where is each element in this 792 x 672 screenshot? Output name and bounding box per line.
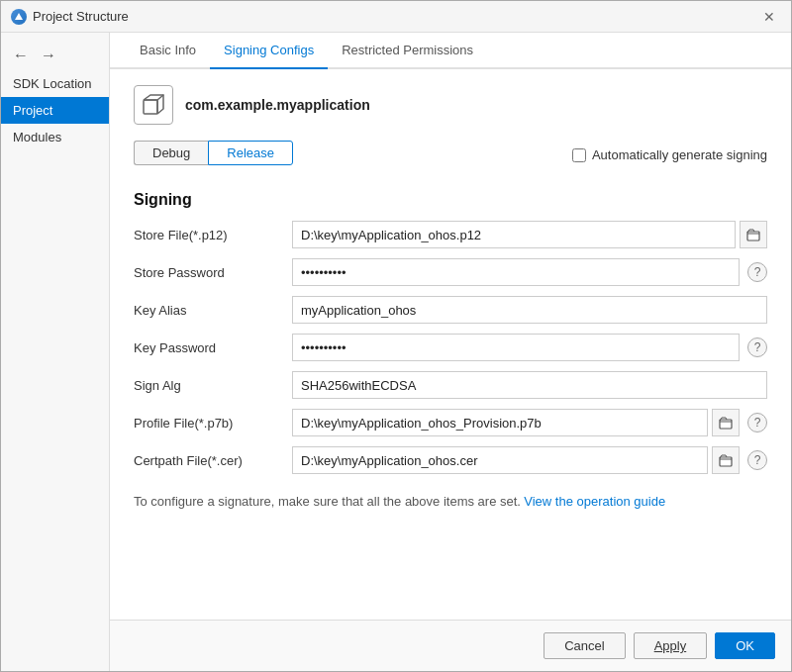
tab-signing-configs[interactable]: Signing Configs	[210, 33, 328, 69]
apply-button[interactable]: Apply	[634, 632, 708, 659]
certpath-file-input[interactable]	[292, 446, 708, 474]
key-password-input[interactable]	[292, 334, 740, 361]
dialog-title: Project Structure	[33, 9, 129, 24]
back-button[interactable]: ←	[9, 45, 33, 66]
app-icon	[11, 9, 27, 25]
folder-icon	[746, 228, 760, 241]
store-file-wrap	[292, 221, 767, 248]
auto-sign-checkbox[interactable]	[572, 148, 586, 162]
signing-section: Signing Store File(*.p12)	[134, 191, 767, 474]
folder-icon	[719, 416, 733, 430]
store-file-input[interactable]	[292, 221, 736, 248]
auto-sign-label: Automatically generate signing	[592, 147, 767, 162]
sidebar-item-project[interactable]: Project	[1, 97, 109, 124]
sidebar-item-sdk-location[interactable]: SDK Location	[1, 70, 109, 97]
sign-alg-input[interactable]	[292, 371, 767, 399]
store-file-folder-button[interactable]	[740, 221, 767, 248]
label-key-password: Key Password	[134, 340, 292, 355]
tab-basic-info[interactable]: Basic Info	[126, 33, 210, 69]
key-alias-wrap	[292, 296, 767, 324]
form-row-profile-file: Profile File(*.p7b) ?	[134, 409, 767, 436]
label-certpath-file: Certpath File(*.cer)	[134, 453, 292, 468]
footer: Cancel Apply OK	[110, 620, 791, 671]
profile-file-help-button[interactable]: ?	[747, 413, 767, 432]
form-row-key-password: Key Password ?	[134, 334, 767, 361]
signing-title: Signing	[134, 191, 767, 209]
debug-release-bar: Debug Release	[134, 141, 293, 165]
release-button[interactable]: Release	[208, 141, 293, 165]
title-bar-left: Project Structure	[11, 9, 129, 25]
sidebar: ← → SDK Location Project Modules	[1, 33, 110, 671]
profile-file-input[interactable]	[292, 409, 708, 436]
folder-icon	[719, 453, 733, 467]
sign-alg-wrap	[292, 371, 767, 399]
svg-rect-1	[144, 100, 157, 114]
main-content: com.example.myapplication Debug Release …	[110, 69, 791, 620]
form-row-store-password: Store Password ?	[134, 258, 767, 286]
profile-file-wrap: ?	[292, 409, 767, 436]
debug-button[interactable]: Debug	[134, 141, 208, 165]
tab-restricted-permissions[interactable]: Restricted Permissions	[328, 33, 487, 69]
form-row-sign-alg: Sign Alg	[134, 371, 767, 399]
label-sign-alg: Sign Alg	[134, 378, 292, 393]
auto-sign-row: Automatically generate signing	[572, 147, 767, 162]
store-password-help-button[interactable]: ?	[747, 262, 767, 282]
ok-button[interactable]: OK	[715, 632, 775, 659]
dialog-content: ← → SDK Location Project Modules Basic I…	[1, 33, 791, 671]
key-alias-input[interactable]	[292, 296, 767, 324]
label-store-file: Store File(*.p12)	[134, 228, 292, 242]
form-row-key-alias: Key Alias	[134, 296, 767, 324]
module-header: com.example.myapplication	[134, 85, 767, 125]
svg-rect-6	[720, 420, 732, 429]
label-profile-file: Profile File(*.p7b)	[134, 416, 292, 431]
cancel-button[interactable]: Cancel	[544, 632, 625, 659]
label-key-alias: Key Alias	[134, 303, 292, 318]
key-password-help-button[interactable]: ?	[747, 337, 767, 357]
bottom-hint: To configure a signature, make sure that…	[134, 494, 767, 509]
forward-button[interactable]: →	[37, 45, 60, 66]
module-name: com.example.myapplication	[185, 97, 370, 113]
certpath-file-help-button[interactable]: ?	[747, 450, 767, 470]
title-bar: Project Structure ✕	[1, 1, 791, 33]
svg-rect-7	[720, 457, 732, 466]
project-structure-dialog: Project Structure ✕ ← → SDK Location Pro…	[0, 0, 792, 672]
tabs-bar: Basic Info Signing Configs Restricted Pe…	[110, 33, 791, 69]
store-password-input[interactable]	[292, 258, 740, 286]
form-row-certpath-file: Certpath File(*.cer) ?	[134, 446, 767, 474]
sidebar-item-modules[interactable]: Modules	[1, 124, 109, 150]
profile-file-folder-button[interactable]	[712, 409, 740, 436]
close-button[interactable]: ✕	[757, 7, 781, 27]
certpath-file-wrap: ?	[292, 446, 767, 474]
svg-marker-0	[15, 13, 23, 20]
certpath-file-folder-button[interactable]	[712, 446, 740, 474]
key-password-wrap: ?	[292, 334, 767, 361]
sidebar-nav: ← →	[1, 41, 109, 70]
cube-icon	[141, 92, 166, 118]
main-panel: Basic Info Signing Configs Restricted Pe…	[110, 33, 791, 671]
store-password-wrap: ?	[292, 258, 767, 286]
operation-guide-link[interactable]: View the operation guide	[524, 494, 665, 509]
hint-text: To configure a signature, make sure that…	[134, 494, 521, 509]
form-row-store-file: Store File(*.p12)	[134, 221, 767, 248]
module-icon	[134, 85, 173, 125]
label-store-password: Store Password	[134, 265, 292, 280]
svg-rect-5	[747, 232, 759, 240]
